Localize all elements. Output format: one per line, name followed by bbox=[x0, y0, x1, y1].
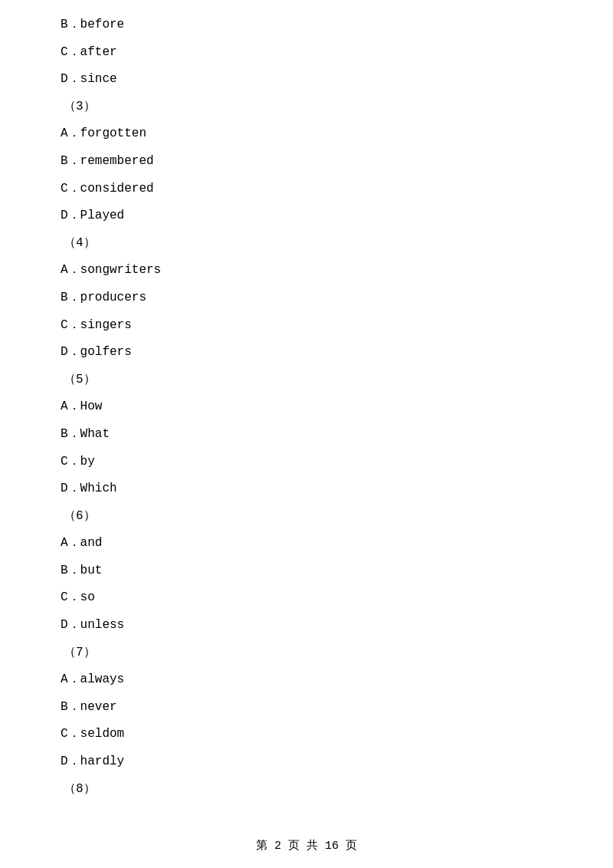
option-line: B．before bbox=[61, 15, 552, 35]
option-line: A．and bbox=[61, 534, 552, 554]
section-number: （7） bbox=[64, 643, 552, 663]
option-line: B．What bbox=[61, 425, 552, 445]
section-number: （8） bbox=[64, 780, 552, 800]
option-line: A．How bbox=[61, 397, 552, 417]
option-line: B．never bbox=[61, 698, 552, 718]
option-line: C．so bbox=[61, 588, 552, 608]
section-number: （5） bbox=[64, 370, 552, 390]
option-line: C．considered bbox=[61, 179, 552, 199]
section-number: （4） bbox=[64, 234, 552, 254]
option-line: D．golfers bbox=[61, 343, 552, 363]
option-line: C．singers bbox=[61, 316, 552, 336]
option-line: D．hardly bbox=[61, 752, 552, 772]
option-line: D．Which bbox=[61, 479, 552, 499]
option-line: D．unless bbox=[61, 616, 552, 636]
main-content: B．beforeC．afterD．since（3）A．forgottenB．re… bbox=[0, 0, 613, 853]
option-line: A．forgotten bbox=[61, 124, 552, 144]
option-line: B．but bbox=[61, 561, 552, 581]
section-number: （6） bbox=[64, 507, 552, 527]
option-line: D．Played bbox=[61, 206, 552, 226]
option-line: B．producers bbox=[61, 288, 552, 308]
option-line: A．always bbox=[61, 670, 552, 690]
option-line: C．by bbox=[61, 452, 552, 472]
option-line: B．remembered bbox=[61, 152, 552, 172]
option-line: D．since bbox=[61, 70, 552, 90]
page-footer: 第 2 页 共 16 页 bbox=[0, 838, 613, 853]
option-line: C．after bbox=[61, 43, 552, 63]
option-line: C．seldom bbox=[61, 725, 552, 745]
option-line: A．songwriters bbox=[61, 261, 552, 281]
footer-text: 第 2 页 共 16 页 bbox=[256, 840, 357, 853]
section-number: （3） bbox=[64, 97, 552, 117]
